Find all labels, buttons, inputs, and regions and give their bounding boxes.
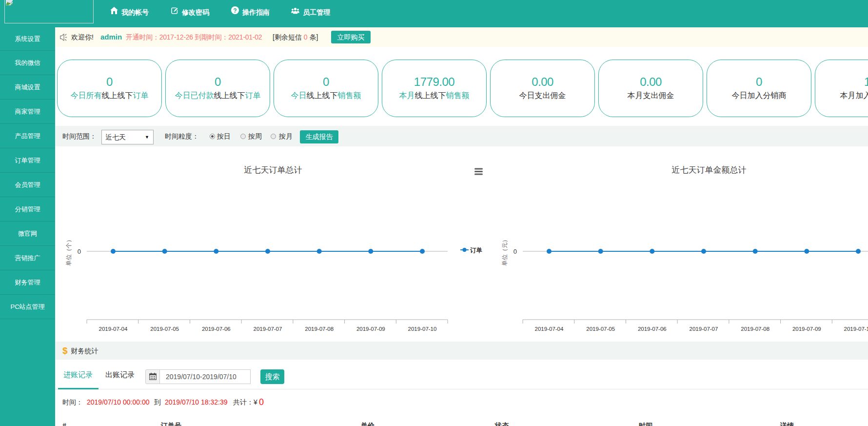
svg-text:2019-07-08: 2019-07-08 xyxy=(741,326,769,332)
svg-text:2019-07-10: 2019-07-10 xyxy=(408,326,437,332)
svg-text:2019-07-06: 2019-07-06 xyxy=(202,326,231,332)
svg-text:2019-07-06: 2019-07-06 xyxy=(638,326,667,332)
svg-text:2019-07-05: 2019-07-05 xyxy=(586,326,615,332)
svg-text:0: 0 xyxy=(78,248,81,255)
svg-text:单位（元）: 单位（元） xyxy=(501,237,508,266)
svg-text:2019-07-08: 2019-07-08 xyxy=(305,326,334,332)
svg-text:2019-07-09: 2019-07-09 xyxy=(792,326,821,332)
svg-text:?: ? xyxy=(233,7,237,14)
svg-text:近七天订单总计: 近七天订单总计 xyxy=(244,165,302,175)
svg-text:2019-07-04: 2019-07-04 xyxy=(99,326,128,332)
svg-text:2019-07-07: 2019-07-07 xyxy=(690,326,718,332)
svg-text:订单: 订单 xyxy=(470,247,483,254)
svg-text:2019-07-07: 2019-07-07 xyxy=(254,326,282,332)
svg-text:单位（个）: 单位（个） xyxy=(65,237,72,266)
svg-text:2019-07-09: 2019-07-09 xyxy=(356,326,385,332)
svg-text:2019-07-05: 2019-07-05 xyxy=(150,326,179,332)
svg-text:2019-07-10: 2019-07-10 xyxy=(844,326,868,332)
svg-text:0: 0 xyxy=(513,248,517,255)
svg-text:2019-07-04: 2019-07-04 xyxy=(535,326,564,332)
svg-text:近七天订单金额总计: 近七天订单金额总计 xyxy=(672,165,747,175)
